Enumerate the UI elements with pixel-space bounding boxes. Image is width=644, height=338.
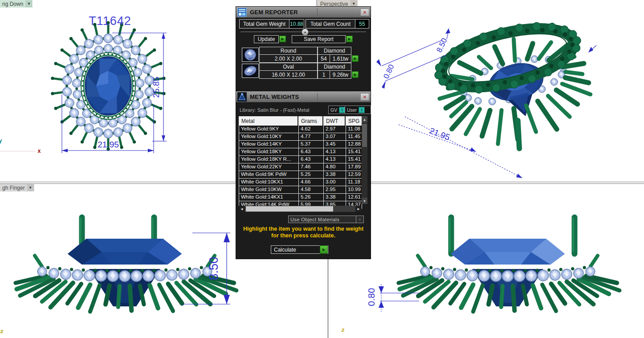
metal-table-row[interactable]: Yellow Gold:14KY 5.37 3.45 12.88 bbox=[239, 141, 362, 148]
update-button[interactable]: Update bbox=[254, 35, 279, 43]
grams-cell: 6.43 bbox=[299, 148, 324, 155]
library-label: Library: Satin Blur - (Fast)-Metal bbox=[240, 107, 309, 113]
column-header-grams[interactable]: Grams bbox=[298, 116, 323, 126]
metal-name-cell: White Gold:10KX1 bbox=[239, 179, 299, 186]
metal-table-row[interactable]: Yellow Gold:9KY 4.62 2.97 11.08 bbox=[239, 126, 362, 133]
x-axis-line bbox=[0, 151, 36, 151]
x-axis-label: x bbox=[37, 147, 41, 154]
spg-cell: 11.18 bbox=[346, 179, 362, 186]
close-icon[interactable]: ✕ bbox=[360, 93, 369, 101]
viewport-side-view-2[interactable]: 0.80 bbox=[327, 183, 644, 338]
dwt-cell: 2.95 bbox=[324, 186, 346, 193]
gv-toggle[interactable]: GV I bbox=[328, 106, 347, 114]
metal-name-cell: White Gold:9K PdW bbox=[239, 171, 299, 178]
scrollbar-thumb[interactable] bbox=[362, 124, 367, 147]
spg-cell: 15.41 bbox=[346, 156, 362, 163]
metal-name-cell: Yellow Gold:14KY bbox=[239, 141, 299, 148]
user-toggle[interactable]: User I bbox=[345, 106, 371, 114]
metal-table-row[interactable]: Yellow Gold:18KY 6.43 4.13 15.41 bbox=[239, 148, 362, 156]
dwt-cell: 2.97 bbox=[324, 126, 346, 133]
viewport-tab-label: gh Finger bbox=[0, 185, 27, 191]
grams-cell: 4.77 bbox=[299, 133, 324, 140]
metal-table-row[interactable]: White Gold:9K PdW 5.25 3.38 12.59 bbox=[239, 171, 362, 179]
gem-total-weight: 9.26tw bbox=[330, 70, 351, 79]
metal-table-row[interactable]: White Gold:10KW 4.58 2.95 10.99 bbox=[239, 186, 362, 194]
use-object-materials-control[interactable]: Use Object Materials ○ bbox=[288, 216, 364, 223]
total-gem-count-label: Total Gem Count bbox=[306, 19, 355, 29]
scroll-right-icon[interactable]: ► bbox=[355, 206, 362, 212]
close-icon[interactable]: ✕ bbox=[360, 8, 369, 16]
metal-table-row[interactable]: Yellow Gold:18KY R... 6.43 4.13 15.41 bbox=[239, 156, 362, 163]
scroll-left-icon[interactable]: ◄ bbox=[239, 206, 245, 212]
gem-reporter-titlebar[interactable]: GEM REPORTER ✕ bbox=[236, 7, 371, 18]
gem-shape: Round bbox=[259, 47, 318, 55]
metal-name-cell: White Gold:14KX1 bbox=[239, 194, 299, 201]
metal-table-row[interactable]: White Gold:14KX1 5.26 3.38 12.61 bbox=[239, 194, 362, 201]
total-gem-weight-label: Total Gem Weight bbox=[239, 19, 289, 29]
grams-cell: 4.58 bbox=[299, 186, 324, 193]
dwt-cell: 4.13 bbox=[324, 156, 346, 163]
metal-name-cell: Yellow Gold:18KY bbox=[239, 148, 299, 155]
metal-name-cell: Yellow Gold:9KY bbox=[239, 126, 299, 133]
viewport-tab-through-finger[interactable]: gh Finger ▼ bbox=[0, 184, 34, 191]
metal-table-row[interactable]: Yellow Gold:10KY 4.77 3.07 11.45 bbox=[239, 133, 362, 141]
gem-thumbnail-oval bbox=[242, 64, 259, 78]
column-header-metal[interactable]: Metal bbox=[239, 116, 298, 126]
horizontal-scrollbar[interactable]: ◄ ► bbox=[239, 206, 362, 212]
metal-table-row[interactable]: Yellow Gold:22KY 7.46 4.80 17.89 bbox=[239, 163, 362, 171]
dim-height-label: 25.85 bbox=[151, 77, 161, 98]
column-header-spg[interactable]: SPG bbox=[346, 116, 362, 126]
dim-depth-label: 0.80 bbox=[366, 288, 376, 306]
chevron-down-icon[interactable]: ▼ bbox=[27, 184, 34, 191]
dim-height-label: 8.50 bbox=[435, 37, 448, 54]
y-axis-label: y bbox=[0, 137, 2, 144]
dim-height-label: 8.50 bbox=[207, 257, 220, 281]
scroll-up-icon[interactable]: ▲ bbox=[362, 116, 367, 122]
gem-reporter-icon bbox=[237, 8, 247, 17]
dim-width-label: 21.95 bbox=[98, 140, 119, 149]
viewport-tab-looking-down[interactable]: ng Down ▼ bbox=[0, 0, 33, 8]
rhino-workspace: T11642 25.85 21.95 bbox=[0, 0, 644, 338]
grams-cell: 4.66 bbox=[299, 179, 324, 186]
chevron-down-icon[interactable]: ▼ bbox=[351, 0, 357, 7]
titlebar-separator bbox=[317, 93, 318, 100]
grams-cell: 4.62 bbox=[299, 126, 324, 133]
total-gem-weight-value: 10.88 bbox=[289, 19, 304, 29]
calculate-label: Calculate bbox=[274, 247, 320, 253]
vertical-scrollbar[interactable]: ▲ ▼ bbox=[362, 116, 367, 204]
z-axis-label-left: z bbox=[0, 328, 4, 334]
grams-cell: 6.43 bbox=[299, 156, 324, 163]
gem-go-icon[interactable]: ▶ bbox=[352, 71, 359, 78]
gem-type: Diamond bbox=[318, 47, 351, 55]
save-report-go-icon[interactable]: ▶ bbox=[346, 36, 353, 42]
total-gem-count-value: 55 bbox=[355, 19, 369, 29]
gem-go-icon[interactable]: ▶ bbox=[352, 55, 359, 62]
viewport-tab-label: Perspective bbox=[318, 1, 351, 7]
instruction-line-1: Highlight the item you want to find the … bbox=[236, 226, 371, 232]
gv-toggle-label: GV bbox=[330, 107, 337, 113]
metal-name-cell: Yellow Gold:10KY bbox=[239, 133, 299, 140]
scrollbar-thumb[interactable] bbox=[246, 206, 333, 212]
chevron-down-icon[interactable]: ▼ bbox=[25, 0, 32, 7]
user-indicator: I bbox=[359, 107, 365, 113]
metal-weights-icon bbox=[237, 92, 247, 102]
radio-icon[interactable]: ○ bbox=[356, 216, 363, 223]
scroll-down-icon[interactable]: ▼ bbox=[362, 198, 367, 204]
spg-cell: 11.08 bbox=[346, 126, 362, 133]
metal-weights-panel: METAL WEIGHTS ✕ Library: Satin Blur - (F… bbox=[236, 91, 371, 259]
calculate-go-icon[interactable]: ▶ bbox=[320, 245, 328, 254]
gem-count: 1 bbox=[318, 70, 330, 79]
grams-cell: 5.25 bbox=[299, 171, 324, 178]
metal-table-row[interactable]: White Gold:10KX1 4.66 3.00 11.18 bbox=[239, 179, 362, 186]
save-report-button[interactable]: Save Report bbox=[292, 35, 346, 43]
calculate-button[interactable]: Calculate ▶ bbox=[271, 245, 328, 254]
viewport-perspective[interactable]: 0.80 8.50 21.95 bbox=[327, 0, 644, 182]
column-header-dwt[interactable]: DWT bbox=[323, 116, 346, 126]
dwt-cell: 4.80 bbox=[324, 163, 346, 171]
update-go-icon[interactable]: ▶ bbox=[279, 36, 286, 42]
spg-cell: 11.45 bbox=[346, 133, 362, 140]
collapse-icon[interactable]: ▲ bbox=[302, 29, 309, 36]
metal-weights-titlebar[interactable]: METAL WEIGHTS ✕ bbox=[236, 91, 371, 102]
metal-table-header: Metal Grams DWT SPG bbox=[239, 116, 362, 126]
metal-name-cell: Yellow Gold:22KY bbox=[239, 163, 299, 171]
